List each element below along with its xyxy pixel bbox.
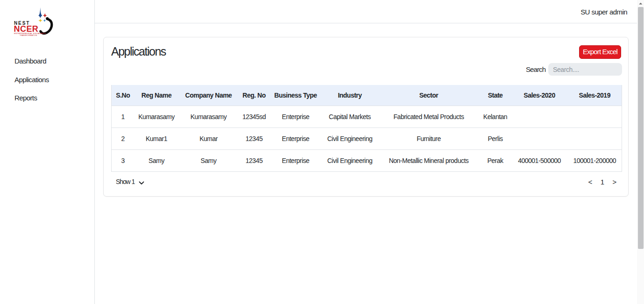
svg-text:TRANSFORMATION: TRANSFORMATION	[20, 35, 37, 36]
svg-text:NCER: NCER	[14, 24, 39, 34]
